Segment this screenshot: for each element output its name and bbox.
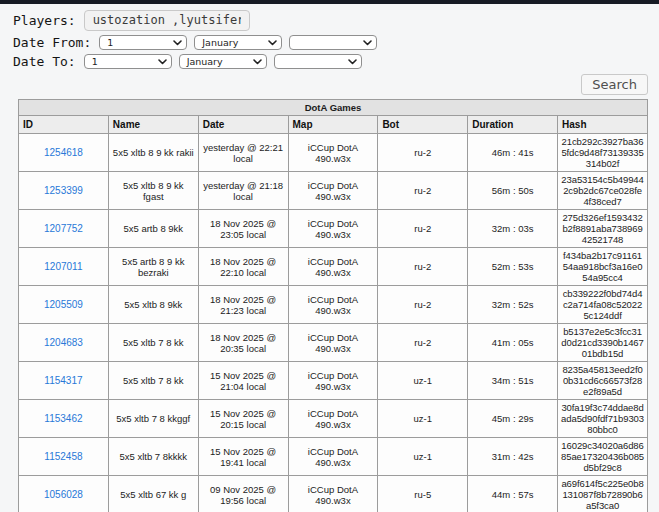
- cell-id: 1204683: [19, 324, 109, 362]
- games-table-header-row: IDNameDateMapBotDurationHash: [19, 116, 648, 134]
- table-row: 11524585x5 xltb 7 8kkkk15 Nov 2025 @ 19:…: [19, 438, 648, 476]
- cell-name: 5x5 artb 8 9 kk bezraki: [108, 248, 198, 286]
- chevron-down-icon: [158, 59, 167, 65]
- cell-id: 1253399: [19, 172, 109, 210]
- cell-hash: b5137e2e5c3fcc31d0d21cd3390b146701bdb15d: [558, 324, 648, 362]
- cell-name: 5x5 xltb 8 9kk: [108, 286, 198, 324]
- cell-name: 5x5 xltb 7 8 kk: [108, 362, 198, 400]
- cell-bot: ru-5: [378, 476, 468, 512]
- games-table-caption-row: DotA Games: [19, 100, 648, 116]
- game-id-link[interactable]: 1207011: [44, 261, 82, 272]
- game-id-link[interactable]: 1154317: [44, 375, 82, 386]
- cell-hash: cb339222f0bd74d4c2a714fa08c520225c124ddf: [558, 286, 648, 324]
- cell-duration: 56m : 50s: [468, 172, 558, 210]
- cell-map: iCCup DotA 490.w3x: [288, 172, 378, 210]
- date-to-day-select[interactable]: 1: [84, 54, 172, 69]
- cell-hash: 16029c34020a6d8685ae17320436b085d5bf29c8: [558, 438, 648, 476]
- search-row: Search: [0, 74, 648, 95]
- cell-map: iCCup DotA 490.w3x: [288, 400, 378, 438]
- cell-hash: 275d326ef1593432b2f8891aba73896942521748: [558, 210, 648, 248]
- cell-name: 5x5 xltb 7 8 kkggf: [108, 400, 198, 438]
- cell-date: 15 Nov 2025 @ 20:15 local: [198, 400, 288, 438]
- game-id-link[interactable]: 1153462: [44, 413, 82, 424]
- cell-hash: 23a53154c5b499442c9b2dc67ce028fe4f38ced7: [558, 172, 648, 210]
- cell-name: 5x5 xltb 8 9 kk fgast: [108, 172, 198, 210]
- game-id-link[interactable]: 1205509: [44, 299, 83, 310]
- cell-map: iCCup DotA 490.w3x: [288, 438, 378, 476]
- cell-id: 1153462: [19, 400, 109, 438]
- cell-name: 5x5 xltb 7 8kkkk: [108, 438, 198, 476]
- cell-duration: 52m : 53s: [468, 248, 558, 286]
- cell-duration: 45m : 29s: [468, 400, 558, 438]
- cell-duration: 31m : 42s: [468, 438, 558, 476]
- cell-map: iCCup DotA 490.w3x: [288, 134, 378, 172]
- cell-hash: 21cb292c3927ba365fdc9d48f73139335314b02f: [558, 134, 648, 172]
- table-row: 12070115x5 artb 8 9 kk bezraki18 Nov 202…: [19, 248, 648, 286]
- date-to-month-select[interactable]: January: [179, 54, 267, 69]
- top-bar: [0, 0, 659, 4]
- date-from-day-value: 1: [107, 37, 113, 48]
- date-to-year-select[interactable]: [274, 54, 362, 69]
- table-row: 12546185x5 xltb 8 9 kk rakiiyesterday @ …: [19, 134, 648, 172]
- game-id-link[interactable]: 1207752: [44, 223, 83, 234]
- cell-map: iCCup DotA 490.w3x: [288, 324, 378, 362]
- cell-bot: uz-1: [378, 400, 468, 438]
- game-id-link[interactable]: 1152458: [44, 451, 82, 462]
- chevron-down-icon: [363, 40, 372, 46]
- cell-duration: 32m : 03s: [468, 210, 558, 248]
- cell-duration: 41m : 05s: [468, 324, 558, 362]
- table-row: 12533995x5 xltb 8 9 kk fgastyesterday @ …: [19, 172, 648, 210]
- column-header-name: Name: [108, 116, 198, 134]
- cell-date: 18 Nov 2025 @ 20:35 local: [198, 324, 288, 362]
- game-id-link[interactable]: 1254618: [44, 147, 83, 158]
- chevron-down-icon: [173, 40, 182, 46]
- cell-duration: 32m : 52s: [468, 286, 558, 324]
- cell-name: 5x5 xltb 7 8 kk: [108, 324, 198, 362]
- date-from-day-select[interactable]: 1: [99, 35, 187, 50]
- cell-id: 1254618: [19, 134, 109, 172]
- games-table-caption: DotA Games: [19, 100, 648, 116]
- game-id-link[interactable]: 1253399: [44, 185, 83, 196]
- table-row: 10560285x5 xltb 67 kk g09 Nov 2025 @ 19:…: [19, 476, 648, 512]
- table-row: 11543175x5 xltb 7 8 kk15 Nov 2025 @ 21:0…: [19, 362, 648, 400]
- column-header-map: Map: [288, 116, 378, 134]
- date-from-month-select[interactable]: January: [194, 35, 282, 50]
- players-label: Players:: [13, 13, 76, 28]
- cell-date: 09 Nov 2025 @ 19:56 local: [198, 476, 288, 512]
- cell-id: 1207752: [19, 210, 109, 248]
- column-header-date: Date: [198, 116, 288, 134]
- date-from-year-select[interactable]: [289, 35, 377, 50]
- chevron-down-icon: [268, 40, 277, 46]
- games-table-body: 12546185x5 xltb 8 9 kk rakiiyesterday @ …: [19, 134, 648, 512]
- players-filter-row: Players:: [13, 8, 659, 32]
- table-row: 11534625x5 xltb 7 8 kkggf15 Nov 2025 @ 2…: [19, 400, 648, 438]
- cell-hash: 30fa19f3c74ddae8dada5d90fdf71b930380bbc0: [558, 400, 648, 438]
- players-input[interactable]: [84, 10, 250, 31]
- game-id-link[interactable]: 1056028: [44, 489, 83, 500]
- date-to-filter-row: Date To: 1 January: [13, 53, 659, 70]
- games-table: DotA Games IDNameDateMapBotDurationHash …: [18, 99, 648, 512]
- cell-date: 15 Nov 2025 @ 19:41 local: [198, 438, 288, 476]
- cell-hash: 8235a45813eed2f00b31cd6c66573f28e2f89a5d: [558, 362, 648, 400]
- cell-map: iCCup DotA 490.w3x: [288, 248, 378, 286]
- cell-date: 15 Nov 2025 @ 21:04 local: [198, 362, 288, 400]
- cell-id: 1205509: [19, 286, 109, 324]
- cell-bot: ru-2: [378, 286, 468, 324]
- cell-map: iCCup DotA 490.w3x: [288, 362, 378, 400]
- column-header-duration: Duration: [468, 116, 558, 134]
- cell-date: yesterday @ 22:21 local: [198, 134, 288, 172]
- search-button[interactable]: Search: [581, 74, 648, 95]
- date-to-month-value: January: [187, 56, 223, 67]
- cell-name: 5x5 xltb 8 9 kk rakii: [108, 134, 198, 172]
- cell-id: 1056028: [19, 476, 109, 512]
- cell-date: yesterday @ 21:18 local: [198, 172, 288, 210]
- game-id-link[interactable]: 1204683: [44, 337, 83, 348]
- date-to-day-value: 1: [92, 56, 98, 67]
- cell-id: 1207011: [19, 248, 109, 286]
- date-from-month-value: January: [202, 37, 238, 48]
- cell-map: iCCup DotA 490.w3x: [288, 286, 378, 324]
- chevron-down-icon: [348, 59, 357, 65]
- cell-bot: uz-1: [378, 438, 468, 476]
- date-to-label: Date To:: [13, 54, 76, 69]
- date-from-filter-row: Date From: 1 January: [13, 34, 659, 51]
